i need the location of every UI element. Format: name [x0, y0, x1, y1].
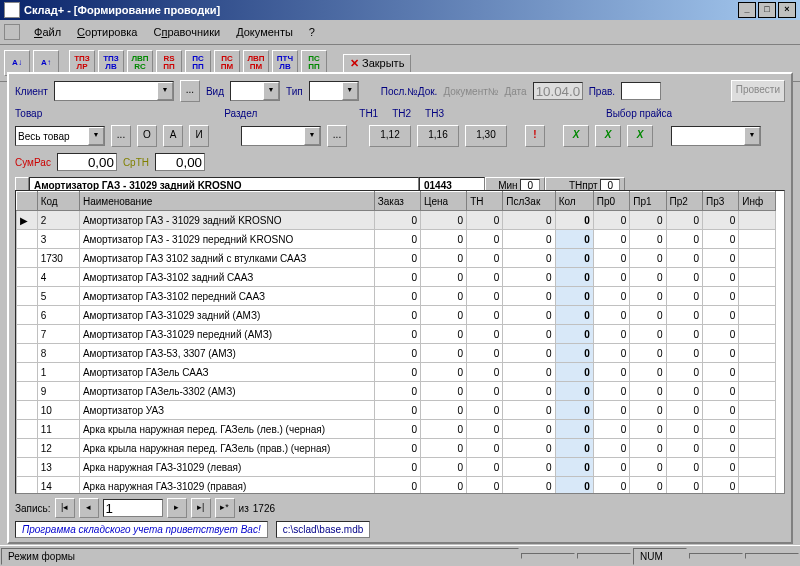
- table-row[interactable]: 10Амортизатор УАЗ000000000: [17, 401, 776, 420]
- toolbar-close-button[interactable]: ✕ Закрыть: [343, 54, 411, 73]
- tn2-value[interactable]: 1,16: [417, 125, 459, 147]
- srtn-field[interactable]: [155, 153, 205, 171]
- table-row[interactable]: 3Амортизатор ГАЗ - 31029 передний KROSNO…: [17, 230, 776, 249]
- menu-help[interactable]: ?: [301, 24, 323, 40]
- table-row[interactable]: 11Арка крыла наружная перед. ГАЗель (лев…: [17, 420, 776, 439]
- app-icon: [4, 2, 20, 18]
- col-6[interactable]: ПслЗак: [503, 192, 555, 211]
- label-prov: Прав.: [589, 86, 615, 97]
- tovar-lookup-button[interactable]: ...: [111, 125, 131, 147]
- maximize-button[interactable]: □: [758, 2, 776, 18]
- form-panel: Клиент ▼ ... Вид ▼ Тип ▼ Посл.№Док. Доку…: [7, 72, 793, 544]
- total-records: 1726: [253, 503, 275, 514]
- o-button[interactable]: О: [137, 125, 157, 147]
- razdel-combo[interactable]: ▼: [241, 126, 321, 146]
- statusbar: Режим формы NUM: [0, 545, 800, 566]
- menu-file[interactable]: Файл: [26, 24, 69, 40]
- label-vid: Вид: [206, 86, 224, 97]
- client-lookup-button[interactable]: ...: [180, 80, 200, 102]
- table-row[interactable]: 4Амортизатор ГАЗ-3102 задний СААЗ0000000…: [17, 268, 776, 287]
- menubar: Файл Сортировка Справочники Документы ?: [0, 20, 800, 45]
- label-pricesel: Выбор прайса: [606, 108, 672, 119]
- col-10[interactable]: Пр2: [666, 192, 702, 211]
- inner-status: Программа складского учета приветствует …: [15, 521, 785, 538]
- col-9[interactable]: Пр1: [630, 192, 666, 211]
- recno-field[interactable]: [103, 499, 163, 517]
- table-row[interactable]: 8Амортизатор ГАЗ-53, 3307 (АМЗ)000000000: [17, 344, 776, 363]
- nav-new[interactable]: ▸*: [215, 498, 235, 518]
- table-row[interactable]: ▶2Амортизатор ГАЗ - 31029 задний KROSNO0…: [17, 211, 776, 230]
- table-row[interactable]: 7Амортизатор ГАЗ-31029 передний (АМЗ)000…: [17, 325, 776, 344]
- col-0[interactable]: [17, 192, 38, 211]
- label-razdel: Раздел: [224, 108, 257, 119]
- label-srtn: СрТН: [123, 157, 149, 168]
- label-iz: из: [239, 503, 249, 514]
- window-title: Склад+ - [Формирование проводки]: [24, 4, 220, 16]
- welcome-msg: Программа складского учета приветствует …: [15, 521, 268, 538]
- table-row[interactable]: 13Арка наружная ГАЗ-31029 (левая)0000000…: [17, 458, 776, 477]
- nav-next[interactable]: ▸: [167, 498, 187, 518]
- label-tip: Тип: [286, 86, 303, 97]
- nav-last[interactable]: ▸|: [191, 498, 211, 518]
- label-tn3: TH3: [425, 108, 444, 119]
- label-posldok: Посл.№Док.: [381, 86, 438, 97]
- col-11[interactable]: Пр3: [702, 192, 738, 211]
- col-5[interactable]: ТН: [467, 192, 503, 211]
- client-combo[interactable]: ▼: [54, 81, 174, 101]
- col-12[interactable]: Инф: [739, 192, 776, 211]
- date-field: [533, 82, 583, 100]
- razdel-lookup-button[interactable]: ...: [327, 125, 347, 147]
- excel-button-2[interactable]: X: [595, 125, 621, 147]
- i-button[interactable]: И: [189, 125, 209, 147]
- tip-combo[interactable]: ▼: [309, 81, 359, 101]
- nav-prev[interactable]: ◂: [79, 498, 99, 518]
- provesti-button: Провести: [731, 80, 785, 102]
- data-grid[interactable]: КодНаименованиеЗаказЦенаТНПслЗакКолПр0Пр…: [15, 190, 785, 494]
- tovar-combo[interactable]: Весь товар▼: [15, 126, 105, 146]
- label-zapis: Запись:: [15, 503, 51, 514]
- col-3[interactable]: Заказ: [374, 192, 420, 211]
- doc-icon: [4, 24, 20, 40]
- tn3-value[interactable]: 1,30: [465, 125, 507, 147]
- menu-sort[interactable]: Сортировка: [69, 24, 145, 40]
- table-row[interactable]: 14Арка наружная ГАЗ-31029 (правая)000000…: [17, 477, 776, 494]
- menu-ref[interactable]: Справочники: [145, 24, 228, 40]
- menu-docs[interactable]: Документы: [228, 24, 301, 40]
- label-tn1: TH1: [359, 108, 378, 119]
- vid-combo[interactable]: ▼: [230, 81, 280, 101]
- record-nav: Запись: |◂ ◂ ▸ ▸| ▸* из 1726: [15, 498, 785, 518]
- close-button[interactable]: ×: [778, 2, 796, 18]
- col-8[interactable]: Пр0: [593, 192, 629, 211]
- label-date: Дата: [504, 86, 526, 97]
- db-path: c:\sclad\base.mdb: [276, 521, 371, 538]
- col-7[interactable]: Кол: [555, 192, 593, 211]
- label-client: Клиент: [15, 86, 48, 97]
- table-row[interactable]: 5Амортизатор ГАЗ-3102 передний СААЗ00000…: [17, 287, 776, 306]
- col-2[interactable]: Наименование: [79, 192, 374, 211]
- app-window: Склад+ - [Формирование проводки] _ □ × Ф…: [0, 0, 800, 566]
- close-x-icon: ✕: [350, 57, 359, 70]
- status-num: NUM: [633, 548, 687, 565]
- table-row[interactable]: 1Амортизатор ГАЗель СААЗ000000000: [17, 363, 776, 382]
- table-row[interactable]: 9Амортизатор ГАЗель-3302 (АМЗ)000000000: [17, 382, 776, 401]
- excel-button-1[interactable]: X: [563, 125, 589, 147]
- label-docno: Документ№: [443, 86, 498, 97]
- titlebar: Склад+ - [Формирование проводки] _ □ ×: [0, 0, 800, 20]
- table-row[interactable]: 12Арка крыла наружная перед. ГАЗель (пра…: [17, 439, 776, 458]
- tn1-value[interactable]: 1,12: [369, 125, 411, 147]
- a-button[interactable]: А: [163, 125, 183, 147]
- label-sumras: СумРас: [15, 157, 51, 168]
- table-row[interactable]: 6Амортизатор ГАЗ-31029 задний (АМЗ)00000…: [17, 306, 776, 325]
- excel-button-3[interactable]: X: [627, 125, 653, 147]
- label-tovar: Товар: [15, 108, 42, 119]
- col-1[interactable]: Код: [37, 192, 79, 211]
- table-row[interactable]: 1730Амортизатор ГАЗ 3102 задний с втулка…: [17, 249, 776, 268]
- pricesel-combo[interactable]: ▼: [671, 126, 761, 146]
- col-4[interactable]: Цена: [421, 192, 467, 211]
- nav-first[interactable]: |◂: [55, 498, 75, 518]
- status-mode: Режим формы: [1, 548, 519, 565]
- sumras-field[interactable]: [57, 153, 117, 171]
- prov-field[interactable]: [621, 82, 661, 100]
- minimize-button[interactable]: _: [738, 2, 756, 18]
- warn-button[interactable]: !: [525, 125, 545, 147]
